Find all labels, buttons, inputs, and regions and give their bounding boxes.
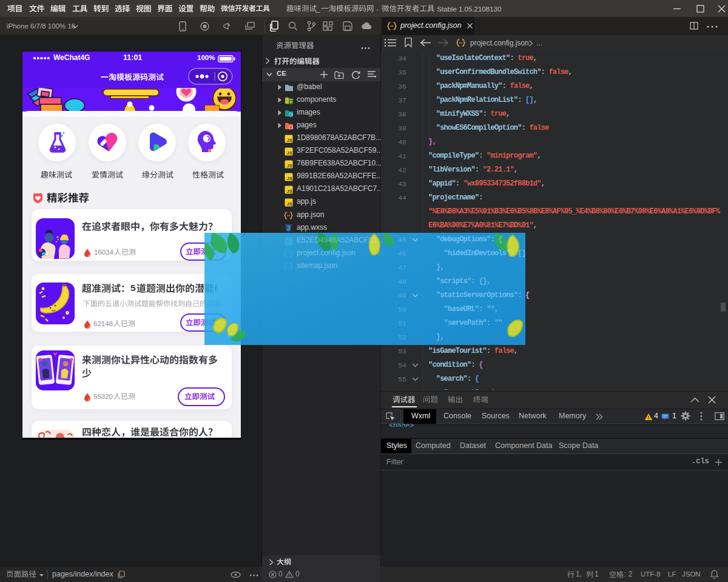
svg-text:JS: JS [287, 163, 292, 169]
svg-text:JS: JS [287, 176, 292, 181]
svg-text:3: 3 [287, 224, 291, 232]
svg-text:JS: JS [287, 189, 292, 194]
svg-text:JS: JS [287, 138, 292, 143]
svg-text:JS: JS [287, 201, 292, 207]
svg-text:JS: JS [287, 150, 292, 156]
